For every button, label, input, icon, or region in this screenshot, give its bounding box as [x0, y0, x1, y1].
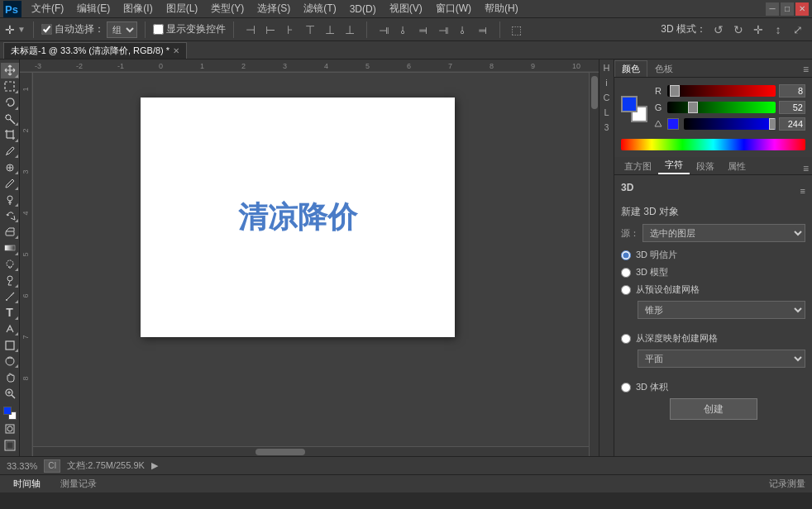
- attributes-tab[interactable]: 属性: [721, 159, 752, 174]
- b-color-box[interactable]: [667, 118, 679, 130]
- dist-center-v-icon[interactable]: ⫰: [454, 21, 472, 39]
- align-right-icon[interactable]: ⊦: [281, 21, 299, 39]
- 3d-volume-radio[interactable]: [621, 383, 631, 392]
- tool-quick-mask[interactable]: [1, 421, 19, 437]
- show-transform-checkbox[interactable]: [153, 24, 164, 35]
- tool-eraser[interactable]: [1, 224, 19, 240]
- measure-tab[interactable]: 测量记录: [54, 476, 103, 492]
- dist-top-icon[interactable]: ⫣: [434, 21, 452, 39]
- fg-color-swatch[interactable]: [621, 96, 638, 112]
- tool-screen-mode[interactable]: [1, 438, 19, 454]
- menu-layer[interactable]: 图层(L): [160, 0, 205, 17]
- menu-window[interactable]: 窗口(W): [429, 0, 478, 17]
- tool-zoom[interactable]: [1, 386, 19, 402]
- tool-path-select[interactable]: [1, 321, 19, 337]
- tool-history-brush[interactable]: [1, 208, 19, 224]
- b-channel-thumb[interactable]: [769, 118, 776, 130]
- cone-select[interactable]: 锥形: [638, 301, 805, 319]
- menu-file[interactable]: 文件(F): [25, 0, 70, 17]
- 3d-postcard-radio[interactable]: [621, 250, 631, 260]
- tool-healing[interactable]: [1, 159, 19, 175]
- color-panel-menu[interactable]: ≡: [800, 62, 812, 77]
- align-center-h-icon[interactable]: ⊢: [261, 21, 279, 39]
- menu-3d[interactable]: 3D(D): [343, 2, 383, 17]
- tool-gradient[interactable]: [1, 240, 19, 256]
- document-tab[interactable]: 未标题-1 @ 33.3% (清凉降价, RGB/8) * ✕: [3, 42, 187, 59]
- timeline-tab[interactable]: 时间轴: [7, 476, 47, 492]
- dist-left-icon[interactable]: ⫣: [375, 21, 393, 39]
- 3d-pan-icon[interactable]: ✛: [749, 21, 767, 39]
- menu-help[interactable]: 帮助(H): [478, 0, 525, 17]
- panel-icon-layers[interactable]: L: [600, 106, 614, 119]
- 3d-mesh-depth-radio[interactable]: [621, 334, 631, 344]
- 3d-model-radio[interactable]: [621, 268, 631, 278]
- horizontal-scrollbar[interactable]: [33, 446, 589, 456]
- menu-image[interactable]: 图像(I): [117, 0, 159, 17]
- dist-right-icon[interactable]: ⫤: [414, 21, 432, 39]
- panel-icon-color[interactable]: C: [600, 91, 614, 104]
- dist-center-h-icon[interactable]: ⫰: [394, 21, 413, 39]
- tool-move[interactable]: [1, 63, 19, 78]
- auto-select-dropdown[interactable]: 组: [107, 21, 137, 38]
- tool-blur[interactable]: [1, 257, 19, 273]
- status-ci-badge[interactable]: CI: [44, 459, 60, 473]
- color-spectrum[interactable]: [621, 139, 805, 150]
- minimize-button[interactable]: ─: [766, 2, 779, 16]
- tool-select-rect[interactable]: [1, 79, 19, 95]
- tool-hand[interactable]: [1, 369, 19, 385]
- menu-edit[interactable]: 编辑(E): [70, 0, 117, 17]
- tool-wand[interactable]: [1, 112, 19, 127]
- tool-fg-bg-color[interactable]: [1, 405, 19, 421]
- 3d-rotate-icon[interactable]: ↺: [709, 21, 728, 39]
- r-channel-input[interactable]: [779, 84, 805, 98]
- sub-panel-menu[interactable]: ≡: [803, 163, 809, 174]
- menu-select[interactable]: 选择(S): [251, 0, 297, 17]
- create-3d-button[interactable]: 创建: [670, 398, 757, 420]
- align-top-icon[interactable]: ⊤: [301, 21, 319, 39]
- tab-close-button[interactable]: ✕: [173, 46, 179, 55]
- dist-bottom-icon[interactable]: ⫤: [474, 21, 492, 39]
- menu-filter[interactable]: 滤镜(T): [297, 0, 342, 17]
- vertical-scrollbar[interactable]: [589, 73, 599, 456]
- 3d-mesh-preset-radio[interactable]: [621, 285, 631, 295]
- auto-select-checkbox[interactable]: [41, 24, 52, 35]
- tool-3d-rotate[interactable]: [1, 354, 19, 369]
- panel-icon-info[interactable]: i: [600, 76, 614, 89]
- swatches-tab[interactable]: 色板: [647, 60, 681, 77]
- character-tab[interactable]: 字符: [658, 157, 690, 174]
- record-measure-label[interactable]: 记录测量: [769, 478, 805, 490]
- g-channel-bar[interactable]: [667, 102, 776, 113]
- g-channel-thumb[interactable]: [688, 102, 698, 113]
- close-button[interactable]: ✕: [795, 2, 809, 16]
- r-channel-thumb[interactable]: [670, 85, 680, 97]
- tool-dodge[interactable]: [1, 273, 19, 288]
- tool-brush[interactable]: [1, 176, 19, 192]
- panel-icon-history[interactable]: H: [600, 61, 614, 74]
- align-center-v-icon[interactable]: ⊥: [321, 21, 339, 39]
- paragraph-tab[interactable]: 段落: [690, 159, 721, 174]
- g-channel-input[interactable]: [779, 101, 805, 114]
- tool-lasso[interactable]: [1, 95, 19, 111]
- flat-select[interactable]: 平面: [638, 350, 805, 368]
- menu-view[interactable]: 视图(V): [383, 0, 429, 17]
- menu-type[interactable]: 类型(Y): [204, 0, 251, 17]
- b-channel-bar[interactable]: [684, 118, 776, 130]
- source-select[interactable]: 选中的图层: [642, 224, 805, 242]
- 3d-scale-icon[interactable]: ⤢: [789, 21, 807, 39]
- progress-arrow[interactable]: ▶: [151, 460, 158, 471]
- 3d-roll-icon[interactable]: ↻: [729, 21, 748, 39]
- align-left-icon[interactable]: ⊣: [241, 21, 260, 39]
- vscroll-thumb[interactable]: [591, 76, 598, 109]
- tool-eyedropper[interactable]: [1, 144, 19, 159]
- hscroll-thumb[interactable]: [256, 449, 305, 455]
- maximize-button[interactable]: □: [781, 2, 794, 16]
- align-bottom-icon[interactable]: ⊥: [341, 21, 359, 39]
- tool-clone[interactable]: [1, 192, 19, 207]
- r-channel-bar[interactable]: [667, 85, 776, 97]
- color-tab[interactable]: 颜色: [614, 60, 647, 77]
- histogram-tab[interactable]: 直方图: [618, 159, 658, 174]
- tool-text[interactable]: T: [1, 305, 19, 321]
- arrange-icon[interactable]: ⬚: [508, 21, 526, 39]
- panel-icon-3d[interactable]: 3: [600, 121, 614, 134]
- tool-shape[interactable]: [1, 337, 19, 353]
